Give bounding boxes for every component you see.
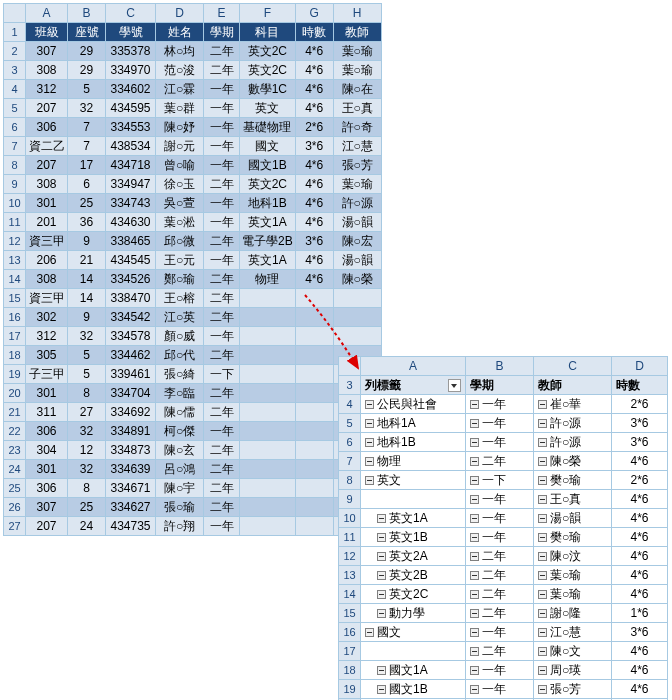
- collapse-icon[interactable]: [470, 609, 479, 618]
- cell[interactable]: [295, 289, 333, 308]
- cell[interactable]: 4*6: [295, 270, 333, 289]
- row-header[interactable]: 2: [4, 42, 26, 61]
- cell[interactable]: 許○翔: [156, 517, 204, 536]
- cell[interactable]: 311: [26, 403, 68, 422]
- cell[interactable]: 許○源: [333, 194, 381, 213]
- pivot-select-all[interactable]: [339, 357, 361, 376]
- cell[interactable]: 29: [68, 61, 106, 80]
- cell[interactable]: 顏○威: [156, 327, 204, 346]
- cell[interactable]: 地科1B: [240, 194, 296, 213]
- pivot-cell[interactable]: 4*6: [612, 642, 668, 661]
- cell[interactable]: [240, 498, 296, 517]
- pivot-row[interactable]: 10英文1A一年湯○韻4*6: [339, 509, 668, 528]
- cell[interactable]: 305: [26, 346, 68, 365]
- pivot-cell[interactable]: 4*6: [612, 509, 668, 528]
- collapse-icon[interactable]: [470, 438, 479, 447]
- table-row[interactable]: 2720724434735許○翔一年: [4, 517, 382, 536]
- cell[interactable]: 6: [68, 175, 106, 194]
- cell[interactable]: 吳○萱: [156, 194, 204, 213]
- pivot-cell[interactable]: 一年: [466, 490, 534, 509]
- table-row[interactable]: 1430814334526鄭○瑜二年物理4*6陳○榮: [4, 270, 382, 289]
- pivot-label[interactable]: 英文2C: [361, 585, 466, 604]
- row-header[interactable]: 7: [339, 452, 361, 471]
- cell[interactable]: 4*6: [295, 99, 333, 118]
- cell[interactable]: [240, 422, 296, 441]
- collapse-icon[interactable]: [377, 666, 386, 675]
- pivot-cell[interactable]: 3*6: [612, 433, 668, 452]
- collapse-icon[interactable]: [538, 514, 547, 523]
- cell[interactable]: 李○臨: [156, 384, 204, 403]
- cell[interactable]: 王○榕: [156, 289, 204, 308]
- cell[interactable]: 27: [68, 403, 106, 422]
- cell[interactable]: 江○慧: [333, 137, 381, 156]
- cell[interactable]: [295, 498, 333, 517]
- cell[interactable]: [240, 289, 296, 308]
- cell[interactable]: 一年: [204, 156, 240, 175]
- pivot-cell[interactable]: 二年: [466, 642, 534, 661]
- cell[interactable]: 335378: [106, 42, 156, 61]
- col-header-a[interactable]: A: [26, 4, 68, 23]
- collapse-icon[interactable]: [470, 419, 479, 428]
- row-header[interactable]: 6: [339, 433, 361, 452]
- cell[interactable]: 二年: [204, 232, 240, 251]
- cell[interactable]: 葉○瑜: [333, 42, 381, 61]
- collapse-icon[interactable]: [365, 476, 374, 485]
- table-row[interactable]: 203018334704李○臨二年: [4, 384, 382, 403]
- cell[interactable]: 一年: [204, 251, 240, 270]
- row-header[interactable]: 19: [4, 365, 26, 384]
- collapse-icon[interactable]: [470, 400, 479, 409]
- row-header[interactable]: 16: [4, 308, 26, 327]
- collapse-icon[interactable]: [470, 533, 479, 542]
- cell[interactable]: 基礎物理: [240, 118, 296, 137]
- pivot-cell[interactable]: 4*6: [612, 680, 668, 699]
- cell[interactable]: 國文: [240, 137, 296, 156]
- table-row[interactable]: 183055334462邱○代二年: [4, 346, 382, 365]
- cell[interactable]: 24: [68, 517, 106, 536]
- cell[interactable]: 32: [68, 327, 106, 346]
- cell[interactable]: 張○綺: [156, 365, 204, 384]
- table-row[interactable]: 7資二乙7438534謝○元一年國文3*6江○慧: [4, 137, 382, 156]
- cell[interactable]: 一年: [204, 99, 240, 118]
- row-header[interactable]: 14: [339, 585, 361, 604]
- cell[interactable]: 一年: [204, 118, 240, 137]
- table-row[interactable]: 2630725334627張○瑜二年: [4, 498, 382, 517]
- cell[interactable]: 2*6: [295, 118, 333, 137]
- row-header[interactable]: 13: [4, 251, 26, 270]
- cell[interactable]: 資三甲: [26, 289, 68, 308]
- collapse-icon[interactable]: [470, 590, 479, 599]
- cell[interactable]: 308: [26, 270, 68, 289]
- pivot-cell[interactable]: 二年: [466, 604, 534, 623]
- collapse-icon[interactable]: [470, 552, 479, 561]
- collapse-icon[interactable]: [470, 628, 479, 637]
- cell[interactable]: 438534: [106, 137, 156, 156]
- pivot-row[interactable]: 14英文2C二年葉○瑜4*6: [339, 585, 668, 604]
- pivot-cell[interactable]: 4*6: [612, 566, 668, 585]
- cell[interactable]: 334602: [106, 80, 156, 99]
- cell[interactable]: [240, 517, 296, 536]
- table-row[interactable]: 63067334553陳○妤一年基礎物理2*6許○奇: [4, 118, 382, 137]
- cell[interactable]: 4*6: [295, 213, 333, 232]
- pivot-cell[interactable]: 湯○韻: [534, 509, 612, 528]
- cell[interactable]: [295, 365, 333, 384]
- cell[interactable]: 306: [26, 118, 68, 137]
- cell[interactable]: 304: [26, 441, 68, 460]
- cell[interactable]: 物理: [240, 270, 296, 289]
- pivot-header[interactable]: 教師: [534, 376, 612, 395]
- cell[interactable]: 一年: [204, 327, 240, 346]
- pivot-cell[interactable]: 2*6: [612, 471, 668, 490]
- cell[interactable]: 子三甲: [26, 365, 68, 384]
- cell[interactable]: 曾○喻: [156, 156, 204, 175]
- row-header[interactable]: 17: [4, 327, 26, 346]
- row-header[interactable]: 4: [4, 80, 26, 99]
- cell[interactable]: 國文1B: [240, 156, 296, 175]
- cell[interactable]: 4*6: [295, 80, 333, 99]
- cell[interactable]: [240, 479, 296, 498]
- cell[interactable]: 4*6: [295, 175, 333, 194]
- pivot-cell[interactable]: 周○瑛: [534, 661, 612, 680]
- cell[interactable]: 陳○宏: [333, 232, 381, 251]
- pivot-cell[interactable]: 3*6: [612, 623, 668, 642]
- pivot-label[interactable]: 地科1B: [361, 433, 466, 452]
- collapse-icon[interactable]: [365, 457, 374, 466]
- row-header[interactable]: 18: [4, 346, 26, 365]
- row-header[interactable]: 19: [339, 680, 361, 699]
